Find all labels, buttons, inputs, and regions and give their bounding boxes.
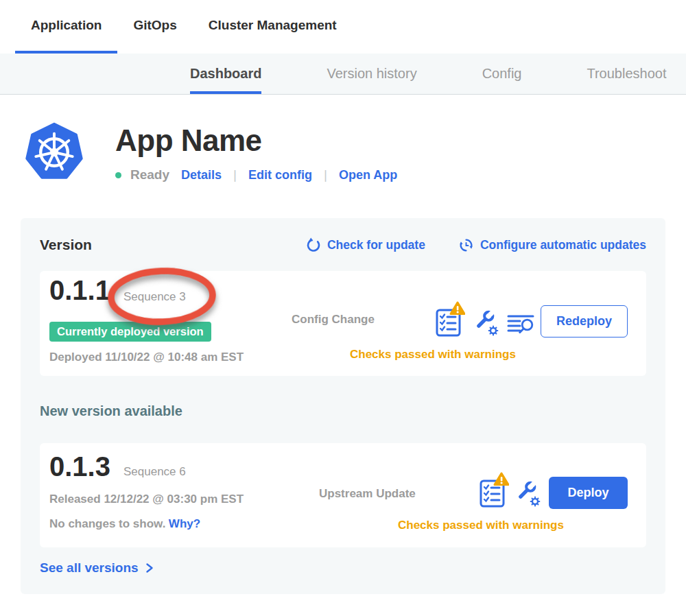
chevron-right-icon <box>145 562 154 573</box>
tab-troubleshoot[interactable]: Troubleshoot <box>587 54 666 94</box>
available-version-number: 0.1.3 <box>49 453 110 480</box>
config-wrench-icon[interactable] <box>472 309 499 337</box>
open-app-link[interactable]: Open App <box>339 168 397 182</box>
scheduled-update-icon <box>458 237 474 253</box>
view-files-icon[interactable] <box>507 313 536 337</box>
see-all-versions-label: See all versions <box>40 560 139 576</box>
edit-config-link[interactable]: Edit config <box>248 168 312 182</box>
redeploy-button[interactable]: Redeploy <box>541 305 628 337</box>
current-version-number: 0.1.1 <box>49 276 110 304</box>
tab-version-history[interactable]: Version history <box>327 54 416 94</box>
checks-warning-text: Checks passed with warnings <box>398 519 564 532</box>
deployed-timestamp: Deployed 11/10/22 @ 10:48 am EST <box>49 351 244 364</box>
app-nav: Application GitOps Cluster Management <box>0 0 686 54</box>
configure-updates-label: Configure automatic updates <box>480 238 646 252</box>
app-nav-cluster-management[interactable]: Cluster Management <box>193 0 353 54</box>
tab-config[interactable]: Config <box>482 54 522 94</box>
page-title: App Name <box>115 123 397 158</box>
version-source-label: Config Change <box>292 313 375 327</box>
version-panel: Version Check for update <box>21 218 665 594</box>
status-ready-dot-icon <box>115 172 121 178</box>
version-panel-title: Version <box>40 237 92 253</box>
link-divider: | <box>233 167 237 182</box>
refresh-icon <box>306 237 321 252</box>
app-nav-application[interactable]: Application <box>15 0 117 54</box>
check-for-update-link[interactable]: Check for update <box>306 237 425 252</box>
available-sequence-label: Sequence 6 <box>123 465 186 479</box>
released-timestamp: Released 12/12/22 @ 03:30 pm EST <box>49 493 244 506</box>
tab-dashboard[interactable]: Dashboard <box>190 54 261 94</box>
status-text: Ready <box>130 167 169 182</box>
currently-deployed-badge: Currently deployed version <box>49 322 211 342</box>
kubernetes-logo-icon <box>24 122 84 182</box>
current-version-card: 0.1.1 Sequence 3 Currently deployed vers… <box>40 271 646 376</box>
configure-automatic-updates-link[interactable]: Configure automatic updates <box>458 237 646 253</box>
app-header: App Name Ready Details | Edit config | O… <box>24 122 686 182</box>
page-nav: Dashboard Version history Config Trouble… <box>0 54 686 95</box>
app-nav-gitops[interactable]: GitOps <box>117 0 192 54</box>
new-version-heading: New version available <box>40 403 646 420</box>
config-wrench-icon[interactable] <box>514 480 541 508</box>
see-all-versions-link[interactable]: See all versions <box>40 560 646 576</box>
check-for-update-label: Check for update <box>327 238 425 252</box>
preflight-checks-warning-icon[interactable] <box>435 301 465 337</box>
why-link[interactable]: Why? <box>169 517 200 530</box>
version-source-label: Upstream Update <box>319 487 416 501</box>
preflight-checks-warning-icon[interactable] <box>479 472 509 508</box>
available-version-card: 0.1.3 Sequence 6 Released 12/12/22 @ 03:… <box>40 443 646 547</box>
no-changes-text: No changes to show. <box>49 517 165 530</box>
current-sequence-label: Sequence 3 <box>123 290 186 304</box>
details-link[interactable]: Details <box>181 168 222 182</box>
deploy-button[interactable]: Deploy <box>549 477 628 509</box>
link-divider: | <box>324 167 327 182</box>
checks-warning-text: Checks passed with warnings <box>350 348 516 362</box>
